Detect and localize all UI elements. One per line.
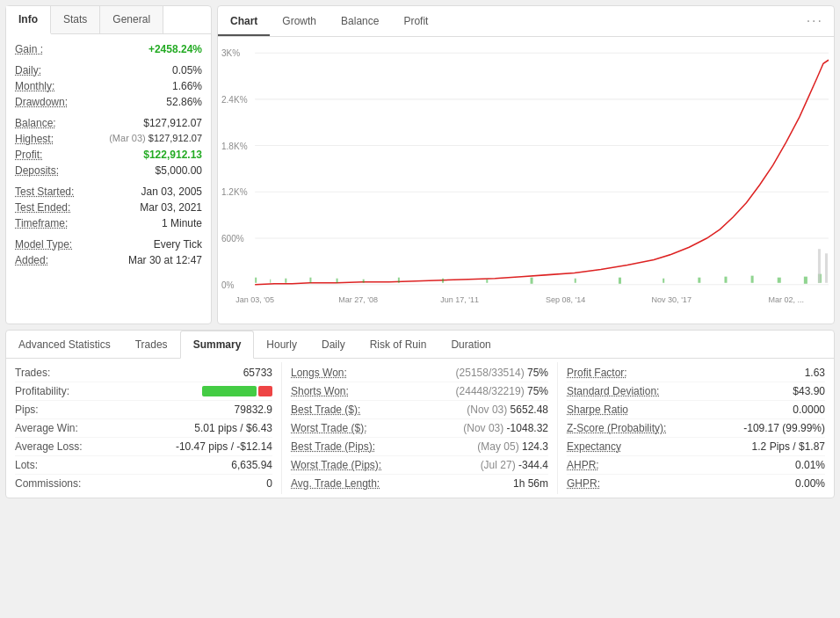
profit-factor-value: 1.63 bbox=[805, 367, 825, 379]
chart-tab-balance[interactable]: Balance bbox=[329, 8, 391, 34]
chart-tab-chart[interactable]: Chart bbox=[218, 8, 270, 36]
svg-rect-28 bbox=[778, 278, 781, 283]
balance-value: $127,912.07 bbox=[143, 117, 202, 129]
info-row-test-ended: Test Ended: Mar 03, 2021 bbox=[15, 200, 202, 215]
zscore-label: Z-Score (Probability): bbox=[567, 422, 666, 434]
chart-menu-button[interactable]: ··· bbox=[796, 6, 834, 36]
stats-tab-bar: Advanced Statistics Trades Summary Hourl… bbox=[6, 331, 834, 359]
stat-lots: Lots: 6,635.94 bbox=[15, 456, 272, 475]
info-row-highest: Highest: (Mar 03) $127,912.07 bbox=[15, 131, 202, 147]
tab-summary[interactable]: Summary bbox=[180, 331, 255, 359]
model-type-value: Every Tick bbox=[154, 238, 202, 251]
left-panel: Info Stats General Gain : +2458.24% Dail… bbox=[5, 5, 212, 324]
tab-info[interactable]: Info bbox=[6, 6, 51, 34]
profitability-red-bar bbox=[258, 386, 272, 396]
svg-rect-12 bbox=[255, 278, 257, 283]
svg-rect-13 bbox=[270, 280, 271, 283]
daily-value: 0.05% bbox=[172, 64, 202, 76]
test-started-value: Jan 03, 2005 bbox=[141, 185, 202, 198]
left-tab-bar: Info Stats General bbox=[6, 6, 211, 34]
tab-daily[interactable]: Daily bbox=[309, 331, 358, 358]
svg-rect-31 bbox=[818, 249, 821, 283]
tab-general[interactable]: General bbox=[100, 6, 163, 33]
timeframe-value: 1 Minute bbox=[162, 217, 202, 229]
tab-stats[interactable]: Stats bbox=[51, 6, 100, 33]
chart-tab-growth[interactable]: Growth bbox=[270, 8, 329, 34]
sharpe-ratio-value: 0.0000 bbox=[793, 404, 825, 416]
ahpr-label: AHPR: bbox=[567, 459, 599, 471]
svg-text:600%: 600% bbox=[221, 234, 244, 244]
right-panel: Chart Growth Balance Profit ··· 3K% 2.4K… bbox=[217, 5, 835, 324]
info-row-gain: Gain : +2458.24% bbox=[15, 41, 202, 57]
svg-rect-29 bbox=[804, 277, 807, 284]
worst-trade-pips-label: Worst Trade (Pips): bbox=[291, 459, 381, 471]
svg-text:1.2K%: 1.2K% bbox=[221, 187, 248, 197]
expectancy-label: Expectancy bbox=[567, 440, 621, 453]
info-row-deposits: Deposits: $5,000.00 bbox=[15, 163, 202, 178]
svg-text:2.4K%: 2.4K% bbox=[221, 95, 248, 105]
tab-advanced-statistics[interactable]: Advanced Statistics bbox=[6, 331, 123, 358]
stats-content: Trades: 65733 Profitability: Pips: 79832… bbox=[6, 359, 834, 498]
bottom-panel: Advanced Statistics Trades Summary Hourl… bbox=[5, 330, 835, 498]
svg-text:Mar 02, ...: Mar 02, ... bbox=[768, 295, 804, 304]
trades-label: Trades: bbox=[15, 367, 50, 379]
trades-value: 65733 bbox=[243, 367, 272, 379]
worst-trade-pips-value: (Jul 27) -344.4 bbox=[481, 459, 548, 471]
info-row-profit: Profit: $122,912.13 bbox=[15, 147, 202, 163]
avg-win-value: 5.01 pips / $6.43 bbox=[194, 422, 272, 434]
added-value: Mar 30 at 12:47 bbox=[128, 254, 202, 266]
svg-text:0%: 0% bbox=[221, 280, 235, 290]
stat-worst-trade-dollar: Worst Trade ($): (Nov 03) -1048.32 bbox=[291, 419, 548, 438]
profit-value: $122,912.13 bbox=[143, 149, 202, 161]
monthly-value: 1.66% bbox=[172, 80, 202, 92]
best-trade-pips-label: Best Trade (Pips): bbox=[291, 440, 375, 453]
svg-rect-32 bbox=[825, 253, 828, 282]
info-row-model-type: Model Type: Every Tick bbox=[15, 236, 202, 252]
tab-duration[interactable]: Duration bbox=[438, 331, 503, 358]
std-deviation-label: Standard Deviation: bbox=[567, 385, 659, 397]
svg-text:Nov 30, '17: Nov 30, '17 bbox=[652, 295, 692, 304]
tab-trades[interactable]: Trades bbox=[123, 331, 180, 358]
tab-hourly[interactable]: Hourly bbox=[254, 331, 309, 358]
longs-won-label: Longs Won: bbox=[291, 367, 347, 379]
expectancy-value: 1.2 Pips / $1.87 bbox=[752, 440, 825, 453]
timeframe-label: Timeframe: bbox=[15, 217, 68, 229]
info-row-balance: Balance: $127,912.07 bbox=[15, 115, 202, 131]
longs-won-value: (25158/33514) 75% bbox=[456, 367, 548, 379]
balance-label: Balance: bbox=[15, 117, 56, 129]
commissions-value: 0 bbox=[266, 477, 272, 490]
zscore-value: -109.17 (99.99%) bbox=[743, 422, 825, 434]
info-row-added: Added: Mar 30 at 12:47 bbox=[15, 252, 202, 268]
info-content: Gain : +2458.24% Daily: 0.05% Monthly: 1… bbox=[6, 34, 211, 275]
svg-rect-15 bbox=[309, 278, 311, 283]
avg-loss-value: -10.47 pips / -$12.14 bbox=[176, 440, 272, 453]
svg-rect-20 bbox=[486, 280, 488, 283]
tab-risk-of-ruin[interactable]: Risk of Ruin bbox=[358, 331, 439, 358]
drawdown-label: Drawdown: bbox=[15, 96, 68, 108]
top-section: Info Stats General Gain : +2458.24% Dail… bbox=[5, 5, 835, 324]
chart-tab-profit[interactable]: Profit bbox=[391, 8, 440, 34]
highest-label: Highest: bbox=[15, 133, 54, 145]
svg-text:3K%: 3K% bbox=[221, 48, 240, 58]
svg-rect-18 bbox=[398, 278, 400, 283]
gain-value: +2458.24% bbox=[148, 43, 202, 55]
svg-rect-19 bbox=[442, 279, 444, 283]
avg-win-label: Average Win: bbox=[15, 422, 78, 434]
stats-col-3: Profit Factor: 1.63 Standard Deviation: … bbox=[558, 362, 834, 494]
stat-avg-trade-length: Avg. Trade Length: 1h 56m bbox=[291, 475, 548, 492]
stat-sharpe-ratio: Sharpe Ratio 0.0000 bbox=[567, 401, 825, 419]
avg-trade-length-label: Avg. Trade Length: bbox=[291, 477, 380, 490]
svg-rect-16 bbox=[337, 279, 338, 283]
ghpr-value: 0.00% bbox=[795, 477, 825, 490]
best-trade-dollar-label: Best Trade ($): bbox=[291, 404, 360, 416]
model-type-label: Model Type: bbox=[15, 238, 72, 251]
shorts-won-label: Shorts Won: bbox=[291, 385, 349, 397]
stat-trades: Trades: 65733 bbox=[15, 364, 272, 382]
sharpe-ratio-label: Sharpe Ratio bbox=[567, 404, 628, 416]
svg-text:Mar 27, '08: Mar 27, '08 bbox=[338, 295, 378, 304]
shorts-won-value: (24448/32219) 75% bbox=[456, 385, 548, 397]
svg-text:Jun 17, '11: Jun 17, '11 bbox=[440, 295, 479, 304]
info-row-daily: Daily: 0.05% bbox=[15, 62, 202, 78]
ghpr-label: GHPR: bbox=[567, 477, 600, 490]
lots-value: 6,635.94 bbox=[231, 459, 272, 471]
